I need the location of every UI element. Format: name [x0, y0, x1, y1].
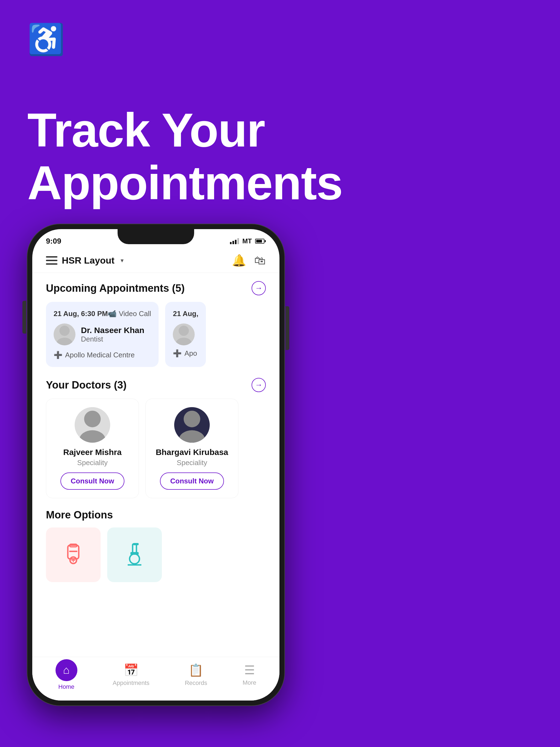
- phone-inner: 9:09 MT HSR L: [32, 229, 279, 700]
- appt-type-1: 📹 Video Call: [108, 310, 151, 318]
- clinic-partial-2: Apo: [184, 349, 197, 358]
- nav-home-label: Home: [58, 683, 74, 690]
- doctor-avatar-1: [54, 324, 75, 345]
- appointments-title: Upcoming Appointments (5): [46, 282, 184, 294]
- appt-meta-2: 21 Aug,: [173, 310, 198, 318]
- nav-appointments[interactable]: 📅 Appointments: [113, 663, 150, 687]
- header-left: HSR Layout ▾: [46, 255, 124, 266]
- status-icons: MT: [230, 237, 266, 245]
- doctor-spec-1: Dentist: [81, 335, 144, 343]
- options-row: [46, 527, 266, 582]
- svg-point-1: [57, 338, 73, 345]
- appt-type-label-1: Video Call: [119, 310, 151, 318]
- svg-point-2: [179, 326, 189, 336]
- doctors-section: Your Doctors (3) → Rajv: [46, 378, 266, 498]
- home-icon: ⌂: [55, 659, 77, 681]
- doctor-avatar-2: [173, 324, 195, 345]
- svg-rect-9: [69, 551, 77, 552]
- doctors-title: Your Doctors (3): [46, 379, 127, 391]
- doctors-row: Rajveer Mishra Speciality Consult Now: [46, 398, 266, 498]
- nav-appointments-label: Appointments: [113, 679, 150, 687]
- appt-date-1: 21 Aug, 6:30 PM: [54, 310, 108, 318]
- svg-point-7: [179, 430, 205, 443]
- consult-now-button-2[interactable]: Consult Now: [160, 472, 224, 490]
- video-icon: 📹: [108, 310, 117, 318]
- microscope-icon: [122, 542, 147, 567]
- svg-point-0: [59, 326, 70, 336]
- nav-home[interactable]: ⌂ Home: [55, 659, 77, 690]
- headline-line1: Track Your: [27, 104, 342, 157]
- phone-outer: 9:09 MT HSR L: [27, 224, 284, 705]
- doctor-large-avatar-2: [174, 407, 210, 443]
- appt-doctor-1: Dr. Naseer Khan Dentist: [54, 324, 151, 345]
- appt-date-2: 21 Aug,: [173, 310, 198, 318]
- more-options-section: More Options: [46, 509, 266, 582]
- chevron-down-icon[interactable]: ▾: [121, 257, 124, 264]
- appointments-icon: 📅: [124, 663, 138, 677]
- nav-more[interactable]: ☰ More: [243, 663, 256, 686]
- svg-rect-14: [133, 544, 136, 553]
- header-right: 🔔 🛍: [232, 254, 266, 267]
- doctor-card-2[interactable]: Bhargavi Kirubasa Speciality Consult Now: [146, 398, 238, 498]
- signal-icon: [230, 238, 239, 244]
- bag-icon[interactable]: 🛍: [254, 254, 266, 267]
- status-time: 9:09: [46, 237, 61, 246]
- svg-point-4: [84, 411, 101, 428]
- carrier-label: MT: [242, 237, 252, 245]
- doctor-info-1: Dr. Naseer Khan Dentist: [81, 326, 144, 343]
- appt-clinic-1: ➕ Apollo Medical Centre: [54, 351, 151, 359]
- clinic-icon-1: ➕: [54, 351, 62, 359]
- appt-clinic-2: ➕ Apo: [173, 349, 198, 358]
- appointment-card-2[interactable]: 21 Aug, ➕ Apo: [165, 302, 206, 367]
- appt-meta-1: 21 Aug, 6:30 PM 📹 Video Call: [54, 310, 151, 318]
- svg-rect-19: [133, 543, 138, 545]
- consult-now-button-1[interactable]: Consult Now: [60, 472, 125, 490]
- nav-records-label: Records: [185, 679, 207, 687]
- doctor-card-1[interactable]: Rajveer Mishra Speciality Consult Now: [46, 398, 139, 498]
- appointment-card-1[interactable]: 21 Aug, 6:30 PM 📹 Video Call: [46, 302, 159, 367]
- svg-point-16: [130, 554, 139, 564]
- phone-notch: [118, 229, 194, 244]
- accessibility-icon: ♿: [27, 22, 65, 57]
- appointments-arrow[interactable]: →: [252, 281, 266, 295]
- battery-icon: [255, 239, 266, 243]
- bell-icon[interactable]: 🔔: [232, 254, 246, 267]
- clinic-name-1: Apollo Medical Centre: [65, 351, 134, 359]
- more-options-title: More Options: [46, 509, 266, 521]
- doctor-card-name-2: Bhargavi Kirubasa: [156, 447, 228, 457]
- nav-records[interactable]: 📋 Records: [185, 663, 207, 687]
- location-label[interactable]: HSR Layout: [62, 255, 114, 266]
- headline: Track Your Appointments: [27, 104, 342, 209]
- nav-more-label: More: [243, 679, 256, 686]
- records-icon: 📋: [188, 663, 203, 677]
- medicine-icon: [61, 542, 85, 567]
- headline-line2: Appointments: [27, 157, 342, 209]
- option-medicine[interactable]: [46, 527, 101, 582]
- doctor-card-name-1: Rajveer Mishra: [63, 447, 121, 457]
- option-lab-test[interactable]: [107, 527, 162, 582]
- doctor-name-1: Dr. Naseer Khan: [81, 326, 144, 335]
- svg-point-3: [176, 338, 192, 345]
- hamburger-icon[interactable]: [46, 256, 57, 265]
- bottom-nav: ⌂ Home 📅 Appointments 📋 Records ☰ More: [32, 657, 279, 700]
- appointments-section-header: Upcoming Appointments (5) →: [46, 281, 266, 295]
- app-header: HSR Layout ▾ 🔔 🛍: [32, 248, 279, 273]
- scroll-content: Upcoming Appointments (5) → 21 Aug, 6:30…: [32, 273, 279, 590]
- doctors-section-header: Your Doctors (3) →: [46, 378, 266, 392]
- doctor-card-spec-2: Speciality: [177, 459, 207, 467]
- svg-point-6: [184, 411, 200, 428]
- clinic-icon-2: ➕: [173, 349, 182, 358]
- svg-point-5: [79, 430, 105, 443]
- more-icon: ☰: [244, 663, 255, 677]
- doctors-arrow[interactable]: →: [252, 378, 266, 392]
- phone-mockup: 9:09 MT HSR L: [27, 224, 284, 705]
- doctor-large-avatar-1: [75, 407, 110, 443]
- appointments-row: 21 Aug, 6:30 PM 📹 Video Call: [46, 302, 266, 367]
- doctor-card-spec-1: Speciality: [77, 459, 107, 467]
